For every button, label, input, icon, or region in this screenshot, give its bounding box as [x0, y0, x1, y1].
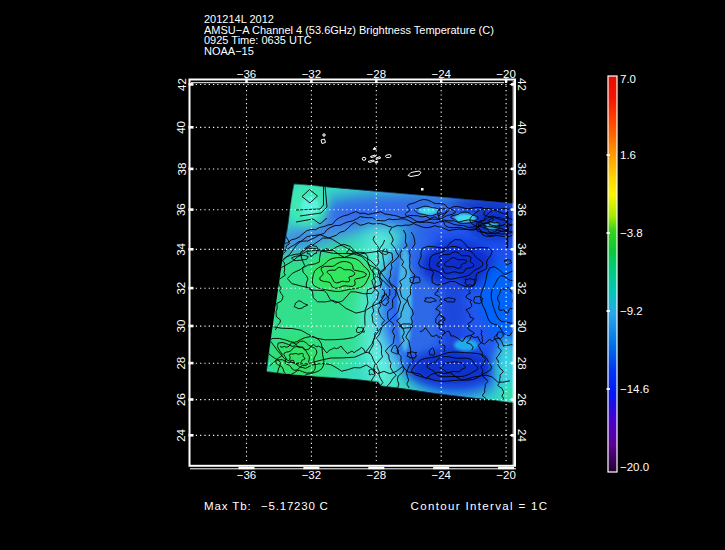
svg-text:−20: −20 [496, 469, 516, 481]
svg-text:30: 30 [516, 320, 528, 333]
svg-text:Max Tb:: Max Tb: [204, 500, 252, 512]
svg-text:34: 34 [516, 243, 528, 256]
svg-text:42: 42 [176, 78, 188, 91]
svg-text:−9.2: −9.2 [620, 305, 643, 317]
svg-text:32: 32 [176, 282, 188, 295]
svg-text:−20.0: −20.0 [620, 461, 649, 473]
svg-text:40: 40 [516, 121, 528, 134]
svg-text:−36: −36 [237, 469, 257, 481]
svg-text:28: 28 [516, 357, 528, 370]
svg-text:32: 32 [516, 282, 528, 295]
svg-text:38: 38 [176, 163, 188, 176]
svg-text:26: 26 [176, 393, 188, 406]
svg-text:40: 40 [176, 121, 188, 134]
svg-text:−28: −28 [367, 469, 387, 481]
svg-text:−20: −20 [496, 68, 516, 80]
svg-text:7.0: 7.0 [620, 73, 636, 85]
svg-text:−5.17230: −5.17230 [261, 500, 316, 512]
svg-text:−32: −32 [302, 469, 322, 481]
svg-text:−24: −24 [431, 68, 451, 80]
svg-text:30: 30 [176, 320, 188, 333]
svg-text:−14.6: −14.6 [620, 383, 649, 395]
svg-text:24: 24 [516, 429, 528, 442]
svg-text:34: 34 [176, 242, 188, 255]
svg-text:1.6: 1.6 [620, 149, 636, 161]
svg-text:−36: −36 [237, 68, 257, 80]
svg-text:−3.8: −3.8 [620, 227, 643, 239]
svg-text:Contour Interval = 1C: Contour Interval = 1C [411, 500, 549, 512]
svg-text:42: 42 [516, 78, 528, 91]
svg-text:26: 26 [516, 393, 528, 406]
svg-text:36: 36 [516, 203, 528, 216]
svg-text:24: 24 [176, 428, 188, 441]
svg-text:−32: −32 [302, 68, 322, 80]
svg-text:28: 28 [176, 357, 188, 370]
svg-text:36: 36 [176, 203, 188, 216]
svg-text:−28: −28 [367, 68, 387, 80]
svg-text:38: 38 [516, 163, 528, 176]
svg-text:C: C [320, 500, 328, 512]
svg-text:−24: −24 [431, 469, 451, 481]
